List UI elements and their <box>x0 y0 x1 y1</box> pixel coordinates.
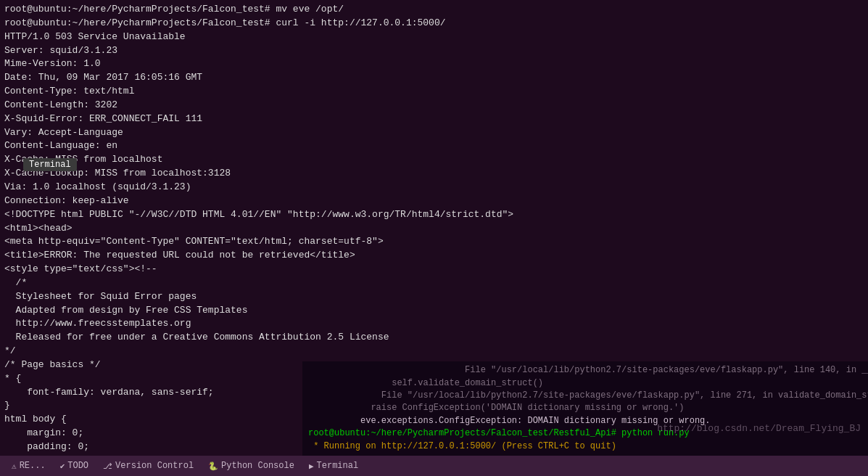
terminal-line: root@ubuntu:~/here/PycharmProjects/Falco… <box>4 17 864 30</box>
terminal-line: Connection: keep-alive <box>4 194 864 208</box>
terminal-line: <meta http-equiv="Content-Type" CONTENT=… <box>4 235 864 249</box>
status-label-4: Terminal <box>317 461 359 471</box>
status-item-2[interactable]: ⎇Version Control <box>96 456 201 476</box>
status-item-1[interactable]: ✔TODO <box>53 456 96 476</box>
terminal-line: Vary: Accept-Language <box>4 126 864 140</box>
terminal-tooltip: Terminal <box>23 158 77 171</box>
terminal-line: Server: squid/3.1.23 <box>4 44 864 58</box>
terminal-line: Content-Length: 3202 <box>4 99 864 112</box>
overlay-line: File "/usr/local/lib/python2.7/site-pack… <box>308 364 862 377</box>
terminal-line: root@ubuntu:~/here/PycharmProjects/Falco… <box>4 3 864 17</box>
terminal-line: Released for free under a Creative Commo… <box>4 331 864 345</box>
status-item-0[interactable]: ⚠RE... <box>4 456 53 476</box>
status-label-1: TODO <box>67 461 88 471</box>
status-icon-4: ▶ <box>309 461 314 471</box>
overlay-line: * Running on http://127.0.0.1:5000/ (Pre… <box>308 440 862 453</box>
status-icon-1: ✔ <box>60 461 65 471</box>
terminal-line: Mime-Version: 1.0 <box>4 57 864 71</box>
status-icon-0: ⚠ <box>12 461 17 471</box>
overlay-line: File "/usr/local/lib/python2.7/site-pack… <box>308 390 862 402</box>
terminal-line: Adapted from design by Free CSS Template… <box>4 304 864 318</box>
status-bar: ⚠RE...✔TODO⎇Version Control🐍Python Conso… <box>0 456 868 476</box>
overlay-section: File "/usr/local/lib/python2.7/site-pack… <box>302 361 868 456</box>
status-item-4[interactable]: ▶Terminal <box>302 456 365 476</box>
status-label-2: Version Control <box>115 461 194 471</box>
overlay-line: root@ubuntu:~/here/PycharmProjects/Falco… <box>308 427 862 440</box>
terminal-area: root@ubuntu:~/here/PycharmProjects/Falco… <box>0 0 868 456</box>
terminal-line: X-Cache-Lookup: MISS from localhost:3128 <box>4 167 864 181</box>
terminal-line: /* <box>4 276 864 290</box>
terminal-line: Stylesheet for Squid Error pages <box>4 290 864 304</box>
terminal-line: <title>ERROR: The requested URL could no… <box>4 249 864 263</box>
status-label-0: RE... <box>20 461 46 471</box>
terminal-line: HTTP/1.0 503 Service Unavailable <box>4 30 864 44</box>
terminal-line: <html><head> <box>4 222 864 236</box>
overlay-line: eve.exceptions.ConfigException: DOMAIN d… <box>308 415 862 427</box>
terminal-line: Content-Language: en <box>4 139 864 153</box>
status-icon-3: 🐍 <box>208 461 218 471</box>
terminal-line: X-Squid-Error: ERR_CONNECT_FAIL 111 <box>4 112 864 126</box>
terminal-line: X-Cache: MISS from localhost <box>4 153 864 167</box>
terminal-line: Date: Thu, 09 Mar 2017 16:05:16 GMT <box>4 71 864 85</box>
terminal-line: */ <box>4 345 864 358</box>
overlay-line: raise ConfigException('DOMAIN dictionary… <box>308 402 862 414</box>
terminal-line: Via: 1.0 localhost (squid/3.1.23) <box>4 181 864 194</box>
status-item-3[interactable]: 🐍Python Console <box>201 456 302 476</box>
terminal-line: <style type="text/css"><!-- <box>4 263 864 276</box>
overlay-lines: File "/usr/local/lib/python2.7/site-pack… <box>308 364 862 453</box>
terminal-line: http://www.freecsstemplates.org <box>4 317 864 331</box>
terminal-line: <!DOCTYPE html PUBLIC "-//W3C//DTD HTML … <box>4 208 864 222</box>
terminal-line: Content-Type: text/html <box>4 85 864 99</box>
status-icon-2: ⎇ <box>103 461 112 471</box>
status-label-3: Python Console <box>221 461 294 471</box>
overlay-line: self.validate_domain_struct() <box>308 377 862 390</box>
